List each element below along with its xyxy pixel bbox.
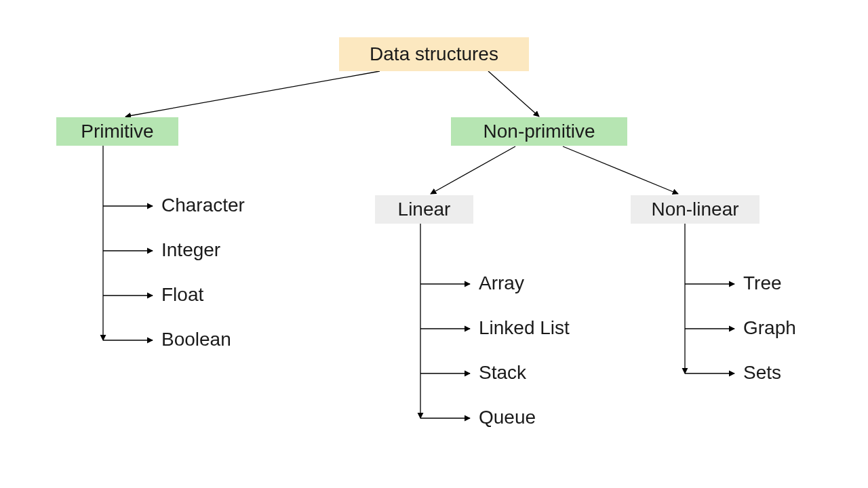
leaf-nonlinear-0: Tree	[743, 273, 782, 294]
node-linear-label: Linear	[398, 199, 451, 220]
node-linear: Linear	[375, 195, 473, 224]
node-root-label: Data structures	[370, 44, 498, 65]
leaf-primitive-3: Boolean	[161, 329, 231, 350]
leaf-primitive-1: Integer	[161, 240, 220, 261]
svg-line-8	[563, 146, 678, 194]
leaf-linear-1: Linked List	[479, 318, 570, 339]
node-nonlinear: Non-linear	[631, 195, 760, 224]
connector-lines	[0, 0, 868, 488]
node-nonprimitive-label: Non-primitive	[484, 121, 595, 142]
svg-line-1	[488, 71, 539, 117]
node-primitive: Primitive	[56, 117, 178, 146]
leaf-linear-0: Array	[479, 273, 524, 294]
leaf-nonlinear-1: Graph	[743, 318, 796, 339]
node-root: Data structures	[339, 37, 529, 71]
leaf-primitive-2: Float	[161, 285, 203, 306]
node-nonprimitive: Non-primitive	[451, 117, 627, 146]
leaf-nonlinear-2: Sets	[743, 363, 781, 384]
node-nonlinear-label: Non-linear	[651, 199, 738, 220]
node-primitive-label: Primitive	[81, 121, 153, 142]
leaf-linear-2: Stack	[479, 363, 526, 384]
svg-line-0	[125, 71, 380, 117]
svg-line-7	[431, 146, 515, 194]
leaf-primitive-0: Character	[161, 195, 245, 216]
leaf-linear-3: Queue	[479, 407, 536, 428]
